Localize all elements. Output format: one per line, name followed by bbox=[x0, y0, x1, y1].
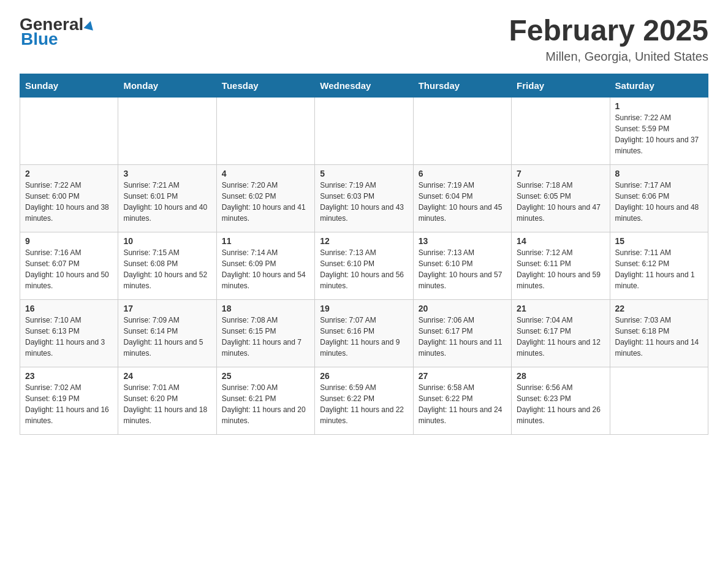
calendar-day-cell: 28Sunrise: 6:56 AMSunset: 6:23 PMDayligh… bbox=[512, 367, 610, 434]
day-number: 5 bbox=[320, 169, 408, 178]
col-sunday: Sunday bbox=[20, 74, 118, 97]
calendar-day-cell: 25Sunrise: 7:00 AMSunset: 6:21 PMDayligh… bbox=[216, 367, 314, 434]
col-monday: Monday bbox=[118, 74, 216, 97]
day-number: 20 bbox=[419, 304, 506, 313]
calendar-day-cell: 16Sunrise: 7:10 AMSunset: 6:13 PMDayligh… bbox=[20, 299, 118, 367]
day-number: 17 bbox=[123, 304, 211, 313]
logo: General Blue bbox=[20, 15, 94, 49]
calendar-table: Sunday Monday Tuesday Wednesday Thursday… bbox=[20, 74, 708, 435]
calendar-day-cell: 11Sunrise: 7:14 AMSunset: 6:09 PMDayligh… bbox=[216, 232, 314, 299]
calendar-day-cell: 26Sunrise: 6:59 AMSunset: 6:22 PMDayligh… bbox=[315, 367, 413, 434]
day-info: Sunrise: 7:08 AMSunset: 6:15 PMDaylight:… bbox=[222, 315, 309, 359]
calendar-week-row: 16Sunrise: 7:10 AMSunset: 6:13 PMDayligh… bbox=[20, 299, 708, 367]
day-number: 8 bbox=[615, 169, 703, 178]
day-info: Sunrise: 7:20 AMSunset: 6:02 PMDaylight:… bbox=[222, 180, 309, 224]
calendar-day-cell: 13Sunrise: 7:13 AMSunset: 6:10 PMDayligh… bbox=[413, 232, 511, 299]
calendar-day-cell: 3Sunrise: 7:21 AMSunset: 6:01 PMDaylight… bbox=[118, 164, 216, 232]
day-number: 25 bbox=[222, 371, 309, 381]
day-number: 15 bbox=[615, 236, 703, 246]
day-number: 12 bbox=[320, 236, 408, 246]
calendar-day-cell: 7Sunrise: 7:18 AMSunset: 6:05 PMDaylight… bbox=[512, 164, 610, 232]
calendar-day-cell: 14Sunrise: 7:12 AMSunset: 6:11 PMDayligh… bbox=[512, 232, 610, 299]
day-info: Sunrise: 7:02 AMSunset: 6:19 PMDaylight:… bbox=[25, 382, 113, 426]
calendar-day-cell: 18Sunrise: 7:08 AMSunset: 6:15 PMDayligh… bbox=[216, 299, 314, 367]
day-info: Sunrise: 7:03 AMSunset: 6:18 PMDaylight:… bbox=[615, 315, 703, 359]
calendar-day-cell bbox=[512, 97, 610, 164]
day-number: 21 bbox=[517, 304, 604, 313]
calendar-day-cell: 2Sunrise: 7:22 AMSunset: 6:00 PMDaylight… bbox=[20, 164, 118, 232]
day-info: Sunrise: 7:01 AMSunset: 6:20 PMDaylight:… bbox=[123, 382, 211, 426]
calendar-day-cell: 5Sunrise: 7:19 AMSunset: 6:03 PMDaylight… bbox=[315, 164, 413, 232]
calendar-day-cell: 19Sunrise: 7:07 AMSunset: 6:16 PMDayligh… bbox=[315, 299, 413, 367]
day-info: Sunrise: 7:17 AMSunset: 6:06 PMDaylight:… bbox=[615, 180, 703, 224]
day-number: 18 bbox=[222, 304, 309, 313]
day-number: 22 bbox=[615, 304, 703, 313]
day-info: Sunrise: 7:13 AMSunset: 6:10 PMDaylight:… bbox=[419, 247, 506, 291]
calendar-day-cell: 10Sunrise: 7:15 AMSunset: 6:08 PMDayligh… bbox=[118, 232, 216, 299]
day-number: 24 bbox=[123, 371, 211, 381]
calendar-day-cell: 1Sunrise: 7:22 AMSunset: 5:59 PMDaylight… bbox=[610, 97, 708, 164]
day-info: Sunrise: 7:06 AMSunset: 6:17 PMDaylight:… bbox=[419, 315, 506, 359]
page-header: General Blue February 2025 Millen, Georg… bbox=[20, 15, 708, 64]
day-info: Sunrise: 7:04 AMSunset: 6:17 PMDaylight:… bbox=[517, 315, 604, 359]
calendar-day-cell bbox=[20, 97, 118, 164]
col-saturday: Saturday bbox=[610, 74, 708, 97]
calendar-week-row: 9Sunrise: 7:16 AMSunset: 6:07 PMDaylight… bbox=[20, 232, 708, 299]
day-number: 3 bbox=[123, 169, 211, 178]
day-info: Sunrise: 7:10 AMSunset: 6:13 PMDaylight:… bbox=[25, 315, 113, 359]
calendar-week-row: 23Sunrise: 7:02 AMSunset: 6:19 PMDayligh… bbox=[20, 367, 708, 434]
day-number: 14 bbox=[517, 236, 604, 246]
calendar-day-cell bbox=[216, 97, 314, 164]
day-number: 1 bbox=[615, 101, 703, 111]
calendar-day-cell: 24Sunrise: 7:01 AMSunset: 6:20 PMDayligh… bbox=[118, 367, 216, 434]
day-info: Sunrise: 7:21 AMSunset: 6:01 PMDaylight:… bbox=[123, 180, 211, 224]
day-info: Sunrise: 7:19 AMSunset: 6:04 PMDaylight:… bbox=[419, 180, 506, 224]
calendar-header-row: Sunday Monday Tuesday Wednesday Thursday… bbox=[20, 74, 708, 97]
day-number: 9 bbox=[25, 236, 113, 246]
calendar-week-row: 1Sunrise: 7:22 AMSunset: 5:59 PMDaylight… bbox=[20, 97, 708, 164]
calendar-day-cell bbox=[413, 97, 511, 164]
day-info: Sunrise: 6:56 AMSunset: 6:23 PMDaylight:… bbox=[517, 382, 604, 426]
calendar-day-cell: 21Sunrise: 7:04 AMSunset: 6:17 PMDayligh… bbox=[512, 299, 610, 367]
calendar-day-cell: 15Sunrise: 7:11 AMSunset: 6:12 PMDayligh… bbox=[610, 232, 708, 299]
day-number: 19 bbox=[320, 304, 408, 313]
day-info: Sunrise: 7:13 AMSunset: 6:10 PMDaylight:… bbox=[320, 247, 408, 291]
calendar-day-cell bbox=[118, 97, 216, 164]
day-number: 10 bbox=[123, 236, 211, 246]
day-info: Sunrise: 7:00 AMSunset: 6:21 PMDaylight:… bbox=[222, 382, 309, 426]
calendar-day-cell: 22Sunrise: 7:03 AMSunset: 6:18 PMDayligh… bbox=[610, 299, 708, 367]
day-number: 16 bbox=[25, 304, 113, 313]
day-number: 13 bbox=[419, 236, 506, 246]
col-tuesday: Tuesday bbox=[216, 74, 314, 97]
day-number: 28 bbox=[517, 371, 604, 381]
col-thursday: Thursday bbox=[413, 74, 511, 97]
day-number: 4 bbox=[222, 169, 309, 178]
calendar-day-cell: 27Sunrise: 6:58 AMSunset: 6:22 PMDayligh… bbox=[413, 367, 511, 434]
calendar-day-cell: 23Sunrise: 7:02 AMSunset: 6:19 PMDayligh… bbox=[20, 367, 118, 434]
col-wednesday: Wednesday bbox=[315, 74, 413, 97]
day-info: Sunrise: 7:22 AMSunset: 6:00 PMDaylight:… bbox=[25, 180, 113, 224]
day-info: Sunrise: 6:58 AMSunset: 6:22 PMDaylight:… bbox=[419, 382, 506, 426]
day-info: Sunrise: 7:18 AMSunset: 6:05 PMDaylight:… bbox=[517, 180, 604, 224]
calendar-day-cell: 20Sunrise: 7:06 AMSunset: 6:17 PMDayligh… bbox=[413, 299, 511, 367]
day-number: 27 bbox=[419, 371, 506, 381]
col-friday: Friday bbox=[512, 74, 610, 97]
month-title: February 2025 bbox=[509, 15, 708, 47]
day-number: 26 bbox=[320, 371, 408, 381]
calendar-day-cell: 17Sunrise: 7:09 AMSunset: 6:14 PMDayligh… bbox=[118, 299, 216, 367]
calendar-day-cell bbox=[315, 97, 413, 164]
day-number: 11 bbox=[222, 236, 309, 246]
day-info: Sunrise: 7:22 AMSunset: 5:59 PMDaylight:… bbox=[615, 112, 703, 156]
day-info: Sunrise: 7:12 AMSunset: 6:11 PMDaylight:… bbox=[517, 247, 604, 291]
day-info: Sunrise: 7:07 AMSunset: 6:16 PMDaylight:… bbox=[320, 315, 408, 359]
day-info: Sunrise: 7:15 AMSunset: 6:08 PMDaylight:… bbox=[123, 247, 211, 291]
day-info: Sunrise: 6:59 AMSunset: 6:22 PMDaylight:… bbox=[320, 382, 408, 426]
day-info: Sunrise: 7:19 AMSunset: 6:03 PMDaylight:… bbox=[320, 180, 408, 224]
logo-blue-text: Blue bbox=[21, 29, 58, 49]
calendar-day-cell: 8Sunrise: 7:17 AMSunset: 6:06 PMDaylight… bbox=[610, 164, 708, 232]
day-info: Sunrise: 7:14 AMSunset: 6:09 PMDaylight:… bbox=[222, 247, 309, 291]
title-section: February 2025 Millen, Georgia, United St… bbox=[509, 15, 708, 64]
day-number: 23 bbox=[25, 371, 113, 381]
day-number: 6 bbox=[419, 169, 506, 178]
location-text: Millen, Georgia, United States bbox=[509, 50, 708, 64]
